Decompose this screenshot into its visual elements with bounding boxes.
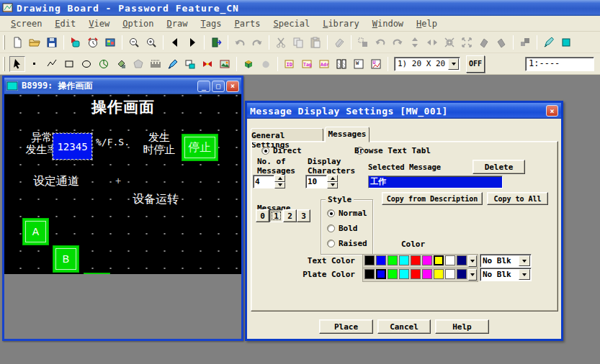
stop-lamp-top[interactable]: 停止 [182,134,218,161]
zoom-out-icon[interactable] [126,35,142,50]
copy-to-all-button[interactable]: Copy to All [487,192,548,205]
prev-screen-icon[interactable] [167,35,183,50]
no-of-messages-value[interactable]: 4 [253,175,274,188]
rect-icon[interactable] [61,56,77,72]
menu-item-screen[interactable]: Screen [4,17,48,30]
copy-from-description-button[interactable]: Copy from Description [382,192,483,205]
cancel-button[interactable]: Cancel [377,319,431,334]
dialog-titlebar[interactable]: Message Display Settings [MW_001] × [247,103,561,119]
off-toggle-button[interactable]: OFF [466,55,485,73]
plate-color-swatch[interactable] [457,269,467,279]
numeric-display-part[interactable]: 12345 [53,133,92,160]
plate-color-swatch[interactable] [388,269,398,279]
style-option-normal[interactable]: Normal [327,209,367,218]
grid-size-select[interactable]: 1) 20 X 20 [394,57,460,71]
screen-call-icon[interactable] [182,56,198,72]
chevron-down-icon[interactable] [468,255,477,267]
style-radio-raised[interactable] [327,240,335,247]
text-color-swatch[interactable] [457,255,467,265]
plate-color-blink-select[interactable]: No Blk [480,268,532,281]
window-w-icon[interactable]: W [351,56,367,72]
spin-down-icon[interactable] [327,182,338,189]
open-file-icon[interactable] [27,35,42,50]
menu-item-parts[interactable]: Parts [228,17,267,30]
spin-up-icon[interactable] [274,175,285,182]
maximize-icon[interactable]: □ [212,81,225,92]
trend-icon[interactable]: U [368,56,384,72]
channel-b-button[interactable]: B [53,245,79,273]
dot-icon[interactable] [27,56,42,72]
menu-item-tags[interactable]: Tags [194,17,228,30]
confirm-icon[interactable] [541,35,557,50]
new-file-icon[interactable] [9,35,25,50]
place-button[interactable]: Place [319,319,373,334]
menu-item-help[interactable]: Help [410,17,444,30]
image-icon[interactable] [217,56,233,72]
meter-icon[interactable] [200,56,215,72]
plate-color-swatch[interactable] [399,269,409,279]
display-characters-value[interactable]: 10 [305,175,327,188]
menu-item-window[interactable]: Window [366,17,410,30]
chevron-down-icon[interactable] [519,269,530,280]
bars-icon[interactable] [333,56,349,72]
channel-c-button[interactable]: C [84,273,110,274]
exit-icon[interactable] [208,35,224,50]
dialog-close-icon[interactable]: × [546,105,558,117]
plate-color-swatch[interactable] [411,269,421,279]
simulate-icon[interactable] [102,35,118,50]
toolbar-drag-handle-2[interactable] [3,57,5,71]
menu-item-view[interactable]: View [82,17,116,30]
pie-icon[interactable] [96,56,112,72]
scale-icon[interactable] [148,56,164,72]
spin-down-icon[interactable] [274,182,285,189]
help-button[interactable]: Help [435,319,489,334]
plate-color-swatch[interactable] [364,269,375,279]
text-color-swatch[interactable] [434,255,444,265]
minimize-icon[interactable]: _ [197,81,210,92]
pen-icon[interactable] [165,56,181,72]
text-color-blink-select[interactable]: No Blk [480,254,532,268]
ellipse-icon[interactable] [79,56,94,72]
zoom-in-icon[interactable] [143,35,159,50]
text-color-swatch[interactable] [388,255,398,265]
plate-color-swatch[interactable] [445,269,455,279]
channel-a-button[interactable]: A [22,218,49,245]
close-icon[interactable]: × [226,81,239,92]
fill-square-icon[interactable] [558,35,574,50]
no-of-messages-stepper[interactable]: 4 [253,175,285,188]
screen-window-titlebar[interactable]: B8999: 操作画面 _ □ × [4,78,241,94]
menu-item-option[interactable]: Option [116,17,160,30]
direct-radio[interactable] [261,147,269,155]
next-screen-icon[interactable] [184,35,200,50]
drawing-canvas[interactable]: 操作画面 异常 发生率 12345 %/F.S. 发生 时停止 停止 设定通道 … [4,94,241,274]
text-color-swatch[interactable] [376,255,386,265]
text-color-swatch[interactable] [411,255,421,265]
tab-general-settings[interactable]: General Settings [251,128,323,142]
id-tag-icon[interactable]: ID [282,56,297,72]
tag-icon[interactable]: Tag [299,56,315,72]
plate-color-swatch[interactable] [434,269,444,279]
display-characters-stepper[interactable]: 10 [305,175,338,188]
menu-item-library[interactable]: Library [316,17,366,30]
chevron-down-icon[interactable] [468,269,477,281]
message-number-1[interactable]: 1 [269,209,283,222]
chevron-down-icon[interactable] [448,58,459,70]
polyline-icon[interactable] [44,56,60,72]
plate-color-swatch[interactable] [422,269,432,279]
toolbar-drag-handle[interactable] [3,35,5,50]
message-number-0[interactable]: 0 [256,209,269,222]
box3d-icon[interactable] [241,56,256,72]
text-color-swatch[interactable] [364,255,375,265]
style-radio-bold[interactable] [327,224,335,232]
screen-jump-icon[interactable] [68,35,84,50]
address-icon[interactable]: Adr [316,56,332,72]
tab-messages[interactable]: Messages [325,127,370,142]
style-option-raised[interactable]: Raised [327,239,367,248]
text-color-swatch[interactable] [445,255,455,265]
style-option-bold[interactable]: Bold [327,224,367,233]
message-number-2[interactable]: 2 [283,209,297,222]
menu-item-edit[interactable]: Edit [48,17,82,30]
style-radio-normal[interactable] [327,209,335,217]
spin-up-icon[interactable] [327,175,338,182]
plate-color-swatch[interactable] [376,269,386,279]
